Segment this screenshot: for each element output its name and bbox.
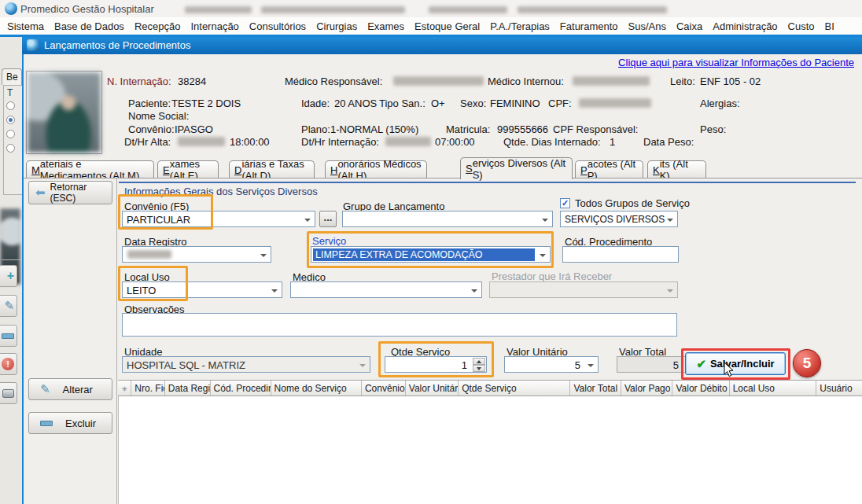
valor-unitario-combo[interactable]: 5 [504,356,599,373]
excluir-button[interactable]: Excluir [28,412,112,434]
chevron-down-icon[interactable] [304,219,311,222]
chevron-down-icon [667,289,673,292]
grid-header: ✳ Nro. Ficha Data Regist Cód. Procedimen… [118,380,862,396]
col-nro-ficha[interactable]: Nro. Ficha [131,381,164,395]
matricula-value: 999555666 [497,123,548,135]
spinner-buttons[interactable] [473,358,485,372]
col-valor-unitario[interactable]: Valor Unitário [406,381,459,395]
plano-value: 1-NORMAL (150%) [330,123,418,135]
menu-recepcao[interactable]: Recepção [134,20,181,32]
dialog-title: Lançamentos de Procedimentos [44,39,190,51]
col-local-uso[interactable]: Local Uso [730,381,817,395]
dthr-internacao-date-redacted [385,137,431,146]
col-nome-servico[interactable]: Nome do Serviço [271,381,362,395]
col-qtde-servico[interactable]: Qtde Serviço [459,381,570,395]
convenio-paciente-label: Convênio: [128,123,175,135]
grupo-servico-value: SERVIÇOS DIVERSOS [565,214,665,225]
print-button-stub[interactable] [0,382,17,404]
radio-option-3[interactable] [6,130,15,138]
menu-sus-ans[interactable]: Sus/Ans [628,20,666,32]
spin-up-icon[interactable] [473,358,485,365]
asterisk-icon: ✳ [118,381,131,395]
col-usuario[interactable]: Usuário [816,381,862,395]
prestador-combo-disabled [489,281,678,298]
tab-honorarios-medicos[interactable]: Honorários Médicos (Alt H) [325,160,427,178]
alert-button-stub[interactable]: ! [0,353,17,375]
convenio-combo[interactable]: PARTICULAR [122,211,315,227]
chevron-down-icon[interactable] [260,254,267,257]
servico-combo[interactable]: LIMPEZA EXTRA DE ACOMODAÇÃO [311,246,551,263]
menu-estoque-geral[interactable]: Estoque Geral [414,20,480,32]
tab-servicos-diversos[interactable]: Serviços Diversos (Alt S) [460,157,573,179]
chevron-down-icon[interactable] [542,219,548,222]
tab-diarias-taxas[interactable]: Diárias e Taxas (Alt D) [229,160,315,178]
local-uso-combo[interactable]: LEITO [122,281,282,298]
menu-consultorios[interactable]: Consultórios [249,20,306,32]
chevron-down-icon[interactable] [359,364,366,367]
radio-option-4[interactable] [6,144,15,153]
medico-combo[interactable] [290,281,482,298]
grid-body-empty[interactable] [118,396,862,504]
tab-kits[interactable]: Kits (Alt K) [647,160,706,178]
background-tab[interactable]: Be [2,68,22,85]
col-valor-pago[interactable]: Valor Pago [621,381,672,395]
prestador-label: Prestador que Irá Receber [492,270,612,282]
unidade-combo[interactable]: HOSPITAL SQL - MATRIZ [122,356,370,373]
edit-button-stub[interactable]: ✎ [0,295,17,317]
retornar-button[interactable]: ⬅ Retornar (ESC) [28,181,112,204]
add-button-stub[interactable]: + [0,265,17,287]
menu-administracao[interactable]: Administração [713,20,777,32]
minus-icon [2,333,14,339]
cpf-redacted [579,98,651,108]
menu-custo[interactable]: Custo [788,20,815,32]
col-data-regist[interactable]: Data Regist [165,381,211,395]
data-registro-combo[interactable] [122,246,271,263]
menu-exames[interactable]: Exames [367,20,404,32]
spin-down-icon[interactable] [473,365,485,372]
valor-unitario-value: 5 [575,359,580,371]
menu-internacao[interactable]: Internação [190,20,238,32]
col-cod-procediment[interactable]: Cód. Procediment [211,381,271,395]
menu-caixa[interactable]: Caixa [676,20,702,32]
patient-photo-frame [26,71,102,154]
chevron-down-icon[interactable] [667,219,673,222]
remove-button-stub[interactable] [0,325,17,347]
background-window-strip: Be T + ✎ ! [0,37,22,504]
paciente-value: TESTE 2 DOIS [171,97,241,109]
todos-grupos-checkbox[interactable]: ✓ [560,198,570,208]
menu-faturamento[interactable]: Faturamento [560,20,618,32]
tab-exames[interactable]: Exames (Alt E) [157,160,219,178]
redacted-title-text [261,6,405,13]
cod-procedimento-input[interactable] [562,246,679,263]
chevron-down-icon[interactable] [540,254,546,257]
radio-option-1[interactable] [6,101,15,110]
sexo-value: FEMININO [490,97,540,109]
chevron-down-icon[interactable] [271,289,278,292]
patient-info-link[interactable]: Clique aqui para visualizar Informações … [618,57,854,68]
menu-pa-terapias[interactable]: P.A./Terapias [490,20,550,32]
menu-bi[interactable]: BI [825,20,834,32]
qtde-servico-stepper[interactable]: 1 [385,356,487,373]
col-valor-total[interactable]: Valor Total [570,381,621,395]
cpf-responsavel-label: CPF Responsável: [553,123,638,135]
radio-option-2-selected[interactable] [6,116,15,124]
grupo-servico-combo[interactable]: SERVIÇOS DIVERSOS [560,211,678,227]
convenio-browse-button[interactable]: ... [319,211,337,227]
menu-sistema[interactable]: Sistema [7,20,44,32]
leito-value: ENF 105 - 02 [700,75,761,87]
grupo-lancamento-combo[interactable] [342,211,553,227]
col-convenio[interactable]: Convênio [362,381,406,395]
col-valor-debito[interactable]: Valor Débito [672,381,729,395]
tipo-san-label: Tipo San.: [379,97,425,109]
menu-base-de-dados[interactable]: Base de Dados [54,20,124,32]
alterar-button[interactable]: ✎ Alterar [28,378,112,400]
salvar-incluir-button[interactable]: ✔ Salvar/Incluir [685,352,786,375]
tab-materiais-medicamentos[interactable]: Materiais e Medicamentos (Alt M) [26,160,154,178]
idade-label: Idade: [301,97,330,109]
observacoes-textarea[interactable] [122,313,677,337]
tab-pacotes[interactable]: Pacotes (Alt P) [575,160,643,178]
chevron-down-icon[interactable] [588,364,594,367]
menu-cirurgias[interactable]: Cirurgias [316,20,357,32]
chevron-down-icon[interactable] [471,289,477,292]
retornar-label: Retornar (ESC) [50,182,112,204]
